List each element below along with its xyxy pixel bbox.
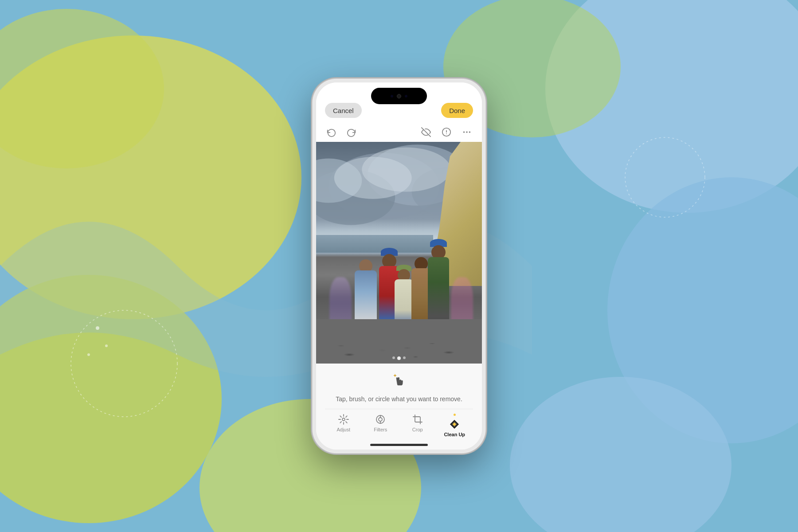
redo-button[interactable]: [345, 126, 358, 138]
bottom-nav: Adjust Filters: [325, 409, 473, 440]
crop-icon: [412, 414, 423, 425]
di-dot: [405, 95, 407, 98]
svg-point-18: [463, 131, 465, 133]
svg-point-19: [466, 131, 468, 133]
cleanup-label: Clean Up: [444, 432, 465, 437]
markup-button[interactable]: [440, 126, 453, 138]
phone-device: Cancel Done: [313, 79, 485, 453]
photo-background: [316, 142, 482, 364]
cleanup-svg: [449, 419, 460, 430]
visibility-button[interactable]: [420, 126, 432, 138]
scroll-dot-1: [392, 356, 395, 359]
bottom-panel: Tap, brush, or circle what you want to r…: [316, 364, 482, 440]
di-camera: [397, 94, 401, 98]
svg-line-37: [340, 422, 341, 423]
scroll-dot-3: [403, 356, 406, 359]
dynamic-island: [371, 88, 427, 104]
svg-point-11: [96, 326, 99, 330]
svg-point-20: [469, 131, 471, 133]
di-sensor: [391, 95, 393, 98]
svg-line-38: [346, 416, 347, 417]
phone-screen: Cancel Done: [316, 82, 482, 450]
photo-display[interactable]: [316, 142, 482, 364]
svg-line-33: [340, 416, 341, 417]
nav-item-cleanup[interactable]: Clean Up: [441, 414, 468, 437]
gesture-svg: [391, 372, 407, 387]
cancel-button[interactable]: Cancel: [325, 103, 362, 118]
brush-gesture-icon: [391, 372, 407, 391]
phone-frame: Cancel Done: [313, 79, 485, 453]
home-bar: [370, 444, 428, 446]
scroll-indicator: [392, 356, 406, 360]
adjust-label: Adjust: [336, 427, 350, 432]
svg-point-29: [334, 157, 412, 199]
done-button[interactable]: Done: [441, 103, 473, 118]
home-indicator: [316, 440, 482, 450]
nav-item-filters[interactable]: Filters: [367, 414, 394, 432]
scroll-dot-2: [397, 356, 401, 360]
toolbar-row: [316, 122, 482, 142]
cleanup-icon: [449, 419, 460, 430]
crop-label: Crop: [412, 427, 423, 432]
svg-point-30: [342, 418, 345, 421]
cleanup-hint-area: Tap, brush, or circle what you want to r…: [325, 372, 473, 409]
nav-item-adjust[interactable]: Adjust: [330, 414, 357, 432]
svg-line-34: [346, 422, 347, 423]
cleanup-active-dot: [454, 414, 456, 416]
adjust-icon: [338, 414, 349, 425]
undo-button[interactable]: [325, 126, 337, 138]
svg-point-40: [379, 418, 382, 421]
hint-text: Tap, brush, or circle what you want to r…: [336, 395, 462, 403]
nav-item-crop[interactable]: Crop: [404, 414, 431, 432]
svg-point-12: [105, 344, 108, 347]
filters-icon: [375, 414, 386, 425]
svg-point-13: [87, 353, 90, 356]
more-button[interactable]: [461, 126, 473, 138]
filters-label: Filters: [374, 427, 387, 432]
